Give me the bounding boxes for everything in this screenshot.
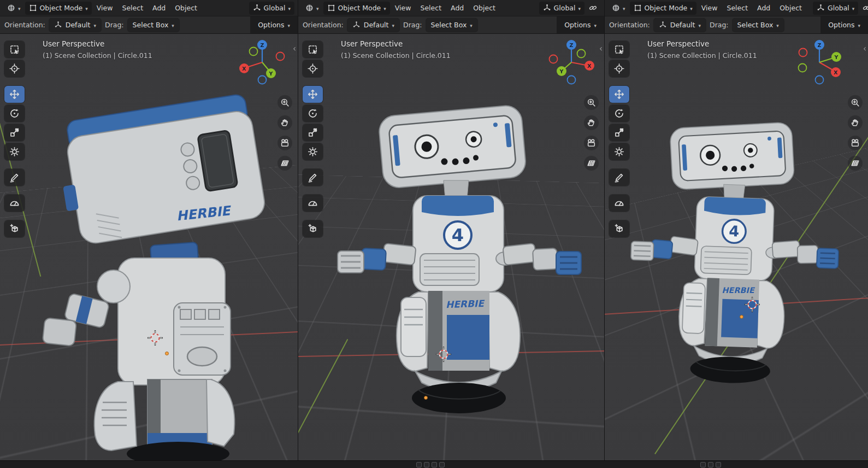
mode-dropdown[interactable]: Object Mode ▾ <box>630 2 696 15</box>
options-dropdown[interactable]: Options ▾ <box>250 16 298 33</box>
mode-dropdown[interactable]: Object Mode ▾ <box>323 2 390 15</box>
drag-select[interactable]: Select Box ▾ <box>733 19 784 32</box>
object-mode-icon <box>634 4 642 12</box>
editor-type-button[interactable]: ▾ <box>302 2 323 15</box>
chevron-down-icon: ▾ <box>470 23 473 28</box>
orientation-select[interactable]: Default ▾ <box>347 19 399 32</box>
sidebar-collapse-chevron[interactable]: ‹ <box>293 45 296 53</box>
zoom-nav-button[interactable] <box>277 95 292 110</box>
box-select-tool-button[interactable] <box>303 41 323 58</box>
cursor-tool-button[interactable] <box>4 60 25 77</box>
mode-dropdown[interactable]: Object Mode ▾ <box>25 2 92 15</box>
transform-tool-button[interactable] <box>609 143 629 160</box>
options-dropdown[interactable]: Options ▾ <box>557 16 604 33</box>
box-select-tool-button[interactable] <box>609 41 629 58</box>
snap-link-button[interactable] <box>585 2 601 15</box>
menu-view[interactable]: View <box>92 2 117 15</box>
grid-nav-button[interactable] <box>584 156 599 171</box>
drag-select[interactable]: Select Box ▾ <box>426 19 477 32</box>
measure-tool-button[interactable] <box>303 195 323 212</box>
annotate-tool-button[interactable] <box>4 169 25 186</box>
scale-tool-button[interactable] <box>609 124 629 141</box>
scale-tool-button[interactable] <box>303 124 323 141</box>
add-cube-tool-button[interactable] <box>609 220 629 237</box>
navigation-gizmo[interactable]: Z X Y <box>545 36 598 89</box>
menu-add[interactable]: Add <box>446 2 468 15</box>
chevron-down-icon: ▾ <box>316 6 319 11</box>
menu-add[interactable]: Add <box>753 2 775 15</box>
editor-type-button[interactable]: ▾ <box>3 2 25 15</box>
tool-column <box>4 41 25 239</box>
cursor-3d <box>147 330 163 346</box>
zoom-nav-button[interactable] <box>584 95 599 110</box>
orientation-label: Global <box>828 4 849 12</box>
chevron-down-icon: ▾ <box>383 6 386 11</box>
menu-add[interactable]: Add <box>148 2 170 15</box>
add-cube-tool-button[interactable] <box>4 220 25 237</box>
sidebar-collapse-chevron[interactable]: ‹ <box>599 45 603 53</box>
editor-type-icon <box>7 4 15 12</box>
viewport-header: ▾ Object Mode ▾ View Select Add Object G… <box>298 0 604 16</box>
nav-icon-stack <box>848 95 863 171</box>
editor-type-button[interactable]: ▾ <box>608 2 629 15</box>
rotate-tool-button[interactable] <box>4 105 25 122</box>
hand-nav-button[interactable] <box>584 115 599 130</box>
navigation-gizmo[interactable]: Z X Y <box>236 36 288 89</box>
bottom-strip-buttons[interactable] <box>416 462 445 467</box>
options-label: Options <box>828 21 854 29</box>
rotate-tool-button[interactable] <box>303 105 323 122</box>
transform-tool-button[interactable] <box>303 143 323 160</box>
menu-select[interactable]: Select <box>416 2 446 15</box>
move-tool-button[interactable] <box>303 86 323 103</box>
measure-tool-button[interactable] <box>609 195 629 212</box>
viewport-3d[interactable]: User Perspective (1) Scene Collection | … <box>605 34 868 460</box>
menu-view[interactable]: View <box>391 2 416 15</box>
menu-object[interactable]: Object <box>469 2 500 15</box>
camera-nav-button[interactable] <box>277 136 292 150</box>
add-cube-tool-button[interactable] <box>303 220 323 237</box>
transform-orientation-dropdown[interactable]: Global ▾ <box>249 2 294 15</box>
options-dropdown[interactable]: Options ▾ <box>820 16 868 33</box>
zoom-nav-button[interactable] <box>848 95 863 110</box>
grid-nav-button[interactable] <box>848 156 863 171</box>
orientation-value: Default <box>364 21 389 29</box>
viewport-3d[interactable]: User Perspective (1) Scene Collection | … <box>0 34 298 460</box>
hand-nav-button[interactable] <box>848 115 863 130</box>
rotate-tool-button[interactable] <box>609 105 629 122</box>
chevron-down-icon: ▾ <box>93 23 96 28</box>
drag-select[interactable]: Select Box ▾ <box>128 19 179 32</box>
cursor-tool-button[interactable] <box>609 60 629 77</box>
move-tool-button[interactable] <box>609 86 629 103</box>
move-tool-button[interactable] <box>4 86 25 103</box>
scale-tool-button[interactable] <box>4 124 25 141</box>
camera-nav-button[interactable] <box>848 136 863 150</box>
orientation-select[interactable]: Default ▾ <box>654 19 706 32</box>
annotate-tool-button[interactable] <box>609 169 629 186</box>
bottom-strip-buttons[interactable] <box>700 462 721 467</box>
transform-orientation-dropdown[interactable]: Global ▾ <box>539 2 584 15</box>
menu-object[interactable]: Object <box>170 2 202 15</box>
grid-nav-button[interactable] <box>277 156 292 171</box>
transform-tool-button[interactable] <box>4 143 25 160</box>
navigation-gizmo[interactable]: Z Y X <box>793 36 846 89</box>
box-select-tool-button[interactable] <box>4 41 25 58</box>
menu-view[interactable]: View <box>697 2 722 15</box>
menu-select[interactable]: Select <box>117 2 147 15</box>
camera-nav-button[interactable] <box>584 136 599 150</box>
snap-link-button[interactable] <box>859 2 868 15</box>
chevron-down-icon: ▾ <box>698 23 701 28</box>
menu-object[interactable]: Object <box>775 2 806 15</box>
orientation-select[interactable]: Default ▾ <box>49 19 101 32</box>
cursor-tool-button[interactable] <box>303 60 323 77</box>
svg-text:X: X <box>834 69 838 75</box>
tool-column <box>303 41 323 239</box>
annotate-tool-button[interactable] <box>303 169 323 186</box>
editor-type-icon <box>305 4 314 12</box>
sidebar-collapse-chevron[interactable]: ‹ <box>863 45 866 53</box>
orientation-field-label: Orientation: <box>4 21 45 29</box>
measure-tool-button[interactable] <box>4 195 25 212</box>
hand-nav-button[interactable] <box>277 115 292 130</box>
transform-orientation-dropdown[interactable]: Global ▾ <box>813 2 858 15</box>
menu-select[interactable]: Select <box>722 2 752 15</box>
viewport-3d[interactable]: User Perspective (1) Scene Collection | … <box>298 34 604 460</box>
